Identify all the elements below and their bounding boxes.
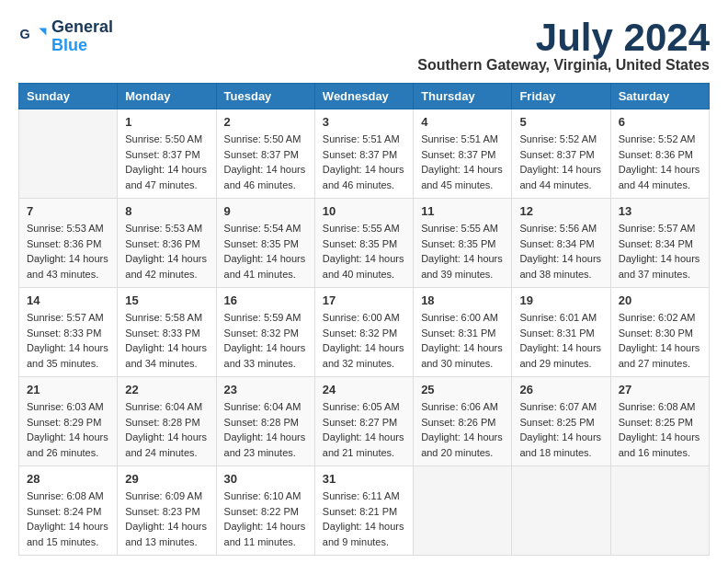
calendar-cell: 20Sunrise: 6:02 AM Sunset: 8:30 PM Dayli… bbox=[610, 288, 709, 377]
day-info: Sunrise: 6:01 AM Sunset: 8:31 PM Dayligh… bbox=[519, 310, 602, 371]
week-row-2: 7Sunrise: 5:53 AM Sunset: 8:36 PM Daylig… bbox=[19, 199, 710, 288]
calendar-cell: 6Sunrise: 5:52 AM Sunset: 8:36 PM Daylig… bbox=[610, 109, 709, 199]
calendar-cell: 13Sunrise: 5:57 AM Sunset: 8:34 PM Dayli… bbox=[610, 199, 709, 288]
day-info: Sunrise: 5:57 AM Sunset: 8:34 PM Dayligh… bbox=[619, 221, 701, 282]
day-number: 7 bbox=[27, 204, 109, 218]
day-number: 20 bbox=[619, 293, 701, 307]
weekday-header-friday: Friday bbox=[512, 84, 610, 109]
day-info: Sunrise: 6:05 AM Sunset: 8:27 PM Dayligh… bbox=[323, 399, 405, 460]
svg-marker-1 bbox=[39, 28, 46, 35]
calendar-cell bbox=[19, 109, 118, 199]
calendar-cell: 16Sunrise: 5:59 AM Sunset: 8:32 PM Dayli… bbox=[216, 288, 314, 377]
calendar-cell: 1Sunrise: 5:50 AM Sunset: 8:37 PM Daylig… bbox=[118, 109, 216, 199]
calendar-table: SundayMondayTuesdayWednesdayThursdayFrid… bbox=[18, 83, 710, 556]
day-number: 25 bbox=[421, 383, 504, 396]
day-number: 31 bbox=[323, 472, 405, 486]
day-number: 27 bbox=[619, 383, 701, 396]
logo: G General Blue bbox=[18, 18, 113, 55]
calendar-cell: 23Sunrise: 6:04 AM Sunset: 8:28 PM Dayli… bbox=[216, 377, 314, 466]
weekday-header-row: SundayMondayTuesdayWednesdayThursdayFrid… bbox=[19, 84, 710, 109]
day-number: 11 bbox=[421, 204, 504, 218]
logo-text: General Blue bbox=[51, 18, 113, 55]
calendar-cell: 22Sunrise: 6:04 AM Sunset: 8:28 PM Dayli… bbox=[118, 377, 216, 466]
day-number: 22 bbox=[125, 383, 208, 396]
day-info: Sunrise: 5:51 AM Sunset: 8:37 PM Dayligh… bbox=[323, 132, 405, 192]
day-info: Sunrise: 6:04 AM Sunset: 8:28 PM Dayligh… bbox=[224, 399, 307, 460]
day-info: Sunrise: 5:52 AM Sunset: 8:37 PM Dayligh… bbox=[519, 132, 602, 192]
calendar-cell: 24Sunrise: 6:05 AM Sunset: 8:27 PM Dayli… bbox=[314, 377, 413, 466]
calendar-cell: 4Sunrise: 5:51 AM Sunset: 8:37 PM Daylig… bbox=[414, 109, 512, 199]
day-number: 26 bbox=[519, 383, 602, 396]
weekday-header-wednesday: Wednesday bbox=[314, 84, 413, 109]
weekday-header-saturday: Saturday bbox=[610, 84, 709, 109]
day-number: 29 bbox=[125, 472, 208, 486]
day-info: Sunrise: 5:57 AM Sunset: 8:33 PM Dayligh… bbox=[27, 310, 109, 371]
calendar-cell bbox=[610, 466, 709, 556]
calendar-cell: 19Sunrise: 6:01 AM Sunset: 8:31 PM Dayli… bbox=[512, 288, 610, 377]
calendar-cell: 11Sunrise: 5:55 AM Sunset: 8:35 PM Dayli… bbox=[414, 199, 512, 288]
calendar-cell: 2Sunrise: 5:50 AM Sunset: 8:37 PM Daylig… bbox=[216, 109, 314, 199]
calendar-cell: 12Sunrise: 5:56 AM Sunset: 8:34 PM Dayli… bbox=[512, 199, 610, 288]
calendar-cell: 5Sunrise: 5:52 AM Sunset: 8:37 PM Daylig… bbox=[512, 109, 610, 199]
svg-text:G: G bbox=[20, 26, 30, 40]
calendar-cell: 14Sunrise: 5:57 AM Sunset: 8:33 PM Dayli… bbox=[19, 288, 118, 377]
month-title: July 2024 bbox=[417, 18, 710, 57]
calendar-cell: 7Sunrise: 5:53 AM Sunset: 8:36 PM Daylig… bbox=[19, 199, 118, 288]
day-number: 17 bbox=[323, 293, 405, 307]
day-number: 6 bbox=[619, 115, 701, 129]
calendar-cell bbox=[414, 466, 512, 556]
day-info: Sunrise: 5:51 AM Sunset: 8:37 PM Dayligh… bbox=[421, 132, 504, 192]
weekday-header-sunday: Sunday bbox=[19, 84, 118, 109]
day-info: Sunrise: 6:08 AM Sunset: 8:25 PM Dayligh… bbox=[619, 399, 701, 460]
day-info: Sunrise: 5:52 AM Sunset: 8:36 PM Dayligh… bbox=[619, 132, 701, 192]
day-number: 10 bbox=[323, 204, 405, 218]
day-number: 19 bbox=[519, 293, 602, 307]
weekday-header-thursday: Thursday bbox=[414, 84, 512, 109]
day-info: Sunrise: 5:55 AM Sunset: 8:35 PM Dayligh… bbox=[421, 221, 504, 282]
title-section: July 2024 Southern Gateway, Virginia, Un… bbox=[417, 18, 710, 74]
week-row-5: 28Sunrise: 6:08 AM Sunset: 8:24 PM Dayli… bbox=[19, 466, 710, 556]
logo-icon: G bbox=[18, 22, 48, 52]
day-info: Sunrise: 6:09 AM Sunset: 8:23 PM Dayligh… bbox=[125, 488, 208, 549]
calendar-cell: 31Sunrise: 6:11 AM Sunset: 8:21 PM Dayli… bbox=[314, 466, 413, 556]
day-info: Sunrise: 5:53 AM Sunset: 8:36 PM Dayligh… bbox=[125, 221, 208, 282]
calendar-cell: 9Sunrise: 5:54 AM Sunset: 8:35 PM Daylig… bbox=[216, 199, 314, 288]
day-number: 28 bbox=[27, 472, 109, 486]
day-number: 2 bbox=[224, 115, 307, 129]
day-info: Sunrise: 6:10 AM Sunset: 8:22 PM Dayligh… bbox=[224, 488, 307, 549]
day-number: 14 bbox=[27, 293, 109, 307]
day-info: Sunrise: 5:54 AM Sunset: 8:35 PM Dayligh… bbox=[224, 221, 307, 282]
calendar-cell: 21Sunrise: 6:03 AM Sunset: 8:29 PM Dayli… bbox=[19, 377, 118, 466]
day-number: 9 bbox=[224, 204, 307, 218]
day-info: Sunrise: 6:00 AM Sunset: 8:32 PM Dayligh… bbox=[323, 310, 405, 371]
day-number: 8 bbox=[125, 204, 208, 218]
week-row-3: 14Sunrise: 5:57 AM Sunset: 8:33 PM Dayli… bbox=[19, 288, 710, 377]
calendar-cell: 25Sunrise: 6:06 AM Sunset: 8:26 PM Dayli… bbox=[414, 377, 512, 466]
week-row-4: 21Sunrise: 6:03 AM Sunset: 8:29 PM Dayli… bbox=[19, 377, 710, 466]
calendar-cell: 28Sunrise: 6:08 AM Sunset: 8:24 PM Dayli… bbox=[19, 466, 118, 556]
day-info: Sunrise: 6:00 AM Sunset: 8:31 PM Dayligh… bbox=[421, 310, 504, 371]
day-info: Sunrise: 6:08 AM Sunset: 8:24 PM Dayligh… bbox=[27, 488, 109, 549]
day-info: Sunrise: 5:50 AM Sunset: 8:37 PM Dayligh… bbox=[224, 132, 307, 192]
weekday-header-tuesday: Tuesday bbox=[216, 84, 314, 109]
calendar-cell: 10Sunrise: 5:55 AM Sunset: 8:35 PM Dayli… bbox=[314, 199, 413, 288]
day-number: 30 bbox=[224, 472, 307, 486]
calendar-cell: 29Sunrise: 6:09 AM Sunset: 8:23 PM Dayli… bbox=[118, 466, 216, 556]
day-info: Sunrise: 6:04 AM Sunset: 8:28 PM Dayligh… bbox=[125, 399, 208, 460]
day-info: Sunrise: 5:59 AM Sunset: 8:32 PM Dayligh… bbox=[224, 310, 307, 371]
day-number: 21 bbox=[27, 383, 109, 396]
calendar-cell: 18Sunrise: 6:00 AM Sunset: 8:31 PM Dayli… bbox=[414, 288, 512, 377]
day-info: Sunrise: 5:50 AM Sunset: 8:37 PM Dayligh… bbox=[125, 132, 208, 192]
day-number: 15 bbox=[125, 293, 208, 307]
day-number: 5 bbox=[519, 115, 602, 129]
header: G General Blue July 2024 Southern Gatewa… bbox=[18, 18, 710, 74]
day-info: Sunrise: 6:11 AM Sunset: 8:21 PM Dayligh… bbox=[323, 488, 405, 549]
day-number: 3 bbox=[323, 115, 405, 129]
week-row-1: 1Sunrise: 5:50 AM Sunset: 8:37 PM Daylig… bbox=[19, 109, 710, 199]
day-info: Sunrise: 6:03 AM Sunset: 8:29 PM Dayligh… bbox=[27, 399, 109, 460]
calendar-cell: 8Sunrise: 5:53 AM Sunset: 8:36 PM Daylig… bbox=[118, 199, 216, 288]
calendar-cell: 27Sunrise: 6:08 AM Sunset: 8:25 PM Dayli… bbox=[610, 377, 709, 466]
day-info: Sunrise: 6:02 AM Sunset: 8:30 PM Dayligh… bbox=[619, 310, 701, 371]
day-info: Sunrise: 5:53 AM Sunset: 8:36 PM Dayligh… bbox=[27, 221, 109, 282]
calendar-cell: 3Sunrise: 5:51 AM Sunset: 8:37 PM Daylig… bbox=[314, 109, 413, 199]
